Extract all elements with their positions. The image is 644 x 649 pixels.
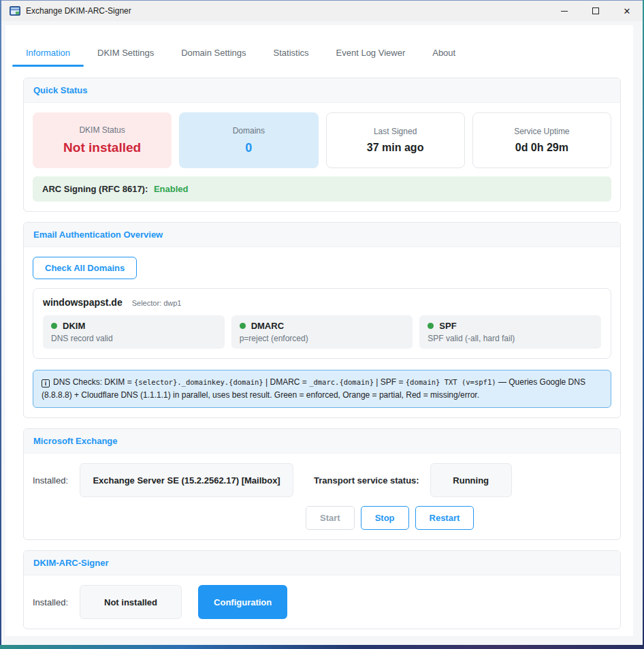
- domain-card: windowspapst.de Selector: dwp1 DKIM DNS …: [33, 288, 611, 359]
- signer-header: DKIM-ARC-Signer: [24, 551, 620, 575]
- dkim-check-chip: DKIM DNS record valid: [43, 315, 225, 349]
- dmarc-check-chip: DMARC p=reject (enforced): [231, 315, 413, 349]
- maximize-button[interactable]: [580, 1, 611, 21]
- spf-check-chip: SPF SPF valid (-all, hard fail): [419, 315, 601, 349]
- dns-note-text: DNS Checks: DKIM =: [53, 377, 134, 387]
- tab-domain-settings[interactable]: Domain Settings: [167, 42, 259, 67]
- dkim-status-label: DKIM Status: [79, 125, 125, 135]
- last-signed-label: Last Signed: [374, 127, 417, 136]
- check-all-domains-button[interactable]: Check All Domains: [33, 257, 137, 279]
- minimize-icon: [561, 11, 568, 12]
- app-background: Information DKIM Settings Domain Setting…: [1, 21, 643, 645]
- signer-section: DKIM-ARC-Signer Installed: Not installed…: [23, 550, 621, 629]
- domain-name: windowspapst.de: [43, 297, 123, 308]
- email-auth-section: Email Authentication Overview Check All …: [23, 222, 621, 418]
- dkim-status-card: DKIM Status Not installed: [33, 112, 172, 168]
- domains-label: Domains: [233, 126, 265, 136]
- window-title: Exchange DKIM-ARC-Signer: [26, 6, 131, 16]
- spf-check-detail: SPF valid (-all, hard fail): [428, 334, 593, 343]
- quick-status-header: Quick Status: [24, 78, 620, 103]
- start-service-button[interactable]: Start: [306, 506, 355, 530]
- tab-information[interactable]: Information: [12, 42, 84, 67]
- transport-status-value: Running: [430, 463, 512, 497]
- domains-card: Domains 0: [179, 112, 318, 168]
- quick-status-section: Quick Status DKIM Status Not installed D…: [23, 78, 621, 212]
- signer-installed-value: Not installed: [80, 585, 182, 619]
- dkim-check-name: DKIM: [63, 321, 85, 331]
- dns-note-dmarc-pattern: _dmarc.{domain}: [309, 378, 374, 386]
- exchange-installed-value: Exchange Server SE (15.2.2562.17) [Mailb…: [80, 463, 293, 497]
- close-button[interactable]: ✕: [611, 1, 643, 21]
- exchange-installed-label: Installed:: [33, 475, 68, 486]
- service-uptime-label: Service Uptime: [514, 127, 569, 136]
- main-panel: Information DKIM Settings Domain Setting…: [5, 25, 633, 636]
- close-icon: ✕: [624, 7, 631, 16]
- dmarc-check-detail: p=reject (enforced): [240, 334, 405, 343]
- status-dot-green-icon: [240, 323, 246, 329]
- tab-about[interactable]: About: [419, 42, 469, 67]
- domain-selector: Selector: dwp1: [132, 299, 182, 307]
- dns-note-text: | DMARC =: [263, 377, 309, 387]
- tab-event-log-viewer[interactable]: Event Log Viewer: [323, 42, 419, 67]
- arc-signing-label: ARC Signing (RFC 8617):: [42, 184, 148, 194]
- dns-note-text: | SPF =: [374, 377, 406, 387]
- dkim-status-value: Not installed: [63, 140, 141, 155]
- service-uptime-card: Service Uptime 0d 0h 29m: [472, 112, 611, 168]
- spf-check-name: SPF: [439, 321, 456, 331]
- last-signed-card: Last Signed 37 min ago: [326, 112, 465, 168]
- exchange-header: Microsoft Exchange: [24, 429, 620, 454]
- stop-service-button[interactable]: Stop: [361, 506, 409, 530]
- domains-value: 0: [245, 141, 252, 155]
- tab-bar: Information DKIM Settings Domain Setting…: [5, 25, 633, 67]
- dns-note-dkim-pattern: {selector}._domainkey.{domain}: [134, 378, 263, 386]
- dmarc-check-name: DMARC: [251, 321, 284, 331]
- desktop-strip: [0, 645, 644, 649]
- titlebar: Exchange DKIM-ARC-Signer ✕: [1, 1, 643, 21]
- configuration-button[interactable]: Configuration: [198, 585, 287, 619]
- tab-statistics[interactable]: Statistics: [260, 42, 323, 67]
- last-signed-value: 37 min ago: [367, 142, 424, 154]
- info-icon: i: [42, 379, 50, 387]
- status-dot-green-icon: [428, 323, 434, 329]
- app-icon: [10, 5, 20, 16]
- maximize-icon: [592, 7, 599, 14]
- status-dot-green-icon: [51, 323, 57, 329]
- exchange-section: Microsoft Exchange Installed: Exchange S…: [23, 428, 621, 540]
- tab-dkim-settings[interactable]: DKIM Settings: [84, 42, 167, 67]
- arc-signing-banner: ARC Signing (RFC 8617): Enabled: [33, 176, 611, 202]
- email-auth-header: Email Authentication Overview: [24, 223, 620, 247]
- dkim-check-detail: DNS record valid: [51, 334, 216, 343]
- service-uptime-value: 0d 0h 29m: [515, 142, 568, 154]
- dns-note-spf-pattern: {domain} TXT (v=spf1): [406, 378, 496, 386]
- dns-checks-note: iDNS Checks: DKIM = {selector}._domainke…: [33, 370, 611, 408]
- minimize-button[interactable]: [549, 1, 580, 21]
- transport-status-label: Transport service status:: [314, 475, 419, 486]
- signer-installed-label: Installed:: [33, 597, 68, 607]
- restart-service-button[interactable]: Restart: [415, 506, 474, 530]
- arc-signing-status: Enabled: [154, 184, 189, 194]
